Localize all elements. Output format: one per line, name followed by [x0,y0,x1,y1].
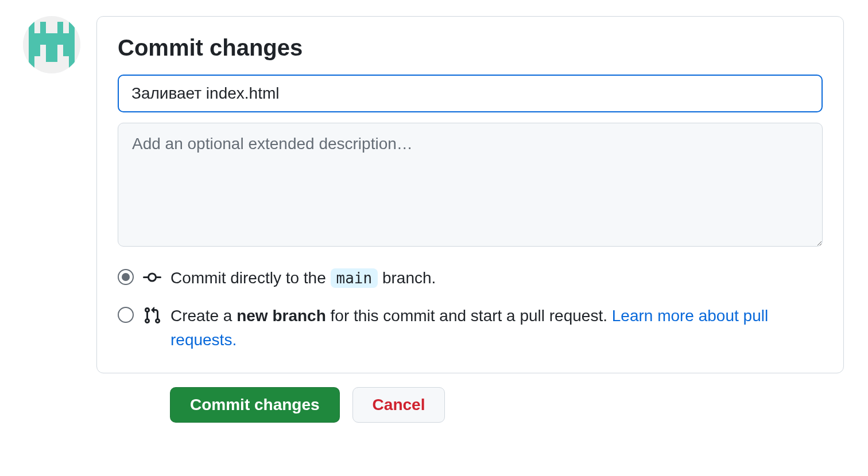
radio-commit-direct[interactable]: Commit directly to the main branch. [118,266,823,290]
svg-rect-8 [69,28,75,33]
branch-badge: main [331,268,378,288]
svg-rect-9 [29,33,75,45]
svg-rect-14 [69,56,75,68]
svg-rect-2 [40,22,46,28]
radio-button-unselected[interactable] [118,307,134,323]
svg-rect-6 [40,28,46,33]
radio-button-selected[interactable] [118,269,134,285]
git-pull-request-icon [143,306,161,325]
commit-title: Commit changes [118,35,823,61]
identicon-icon [23,16,80,73]
avatar [23,16,80,73]
cancel-button[interactable]: Cancel [352,387,445,423]
git-commit-icon [143,268,161,287]
commit-changes-button[interactable]: Commit changes [170,387,340,423]
commit-description-input[interactable] [118,123,823,247]
svg-rect-10 [29,45,40,56]
svg-rect-7 [57,28,63,33]
svg-rect-5 [29,28,34,33]
radio-pr-label: Create a new branch for this commit and … [170,304,823,352]
svg-rect-1 [29,22,34,28]
radio-new-branch[interactable]: Create a new branch for this commit and … [118,304,823,352]
svg-rect-11 [63,45,75,56]
commit-form: Commit changes Commit directly to the ma… [96,16,844,373]
svg-rect-3 [57,22,63,28]
svg-rect-4 [69,22,75,28]
svg-rect-13 [29,56,34,68]
commit-summary-input[interactable] [118,75,823,112]
radio-direct-label: Commit directly to the main branch. [170,266,823,290]
svg-rect-12 [46,45,57,62]
